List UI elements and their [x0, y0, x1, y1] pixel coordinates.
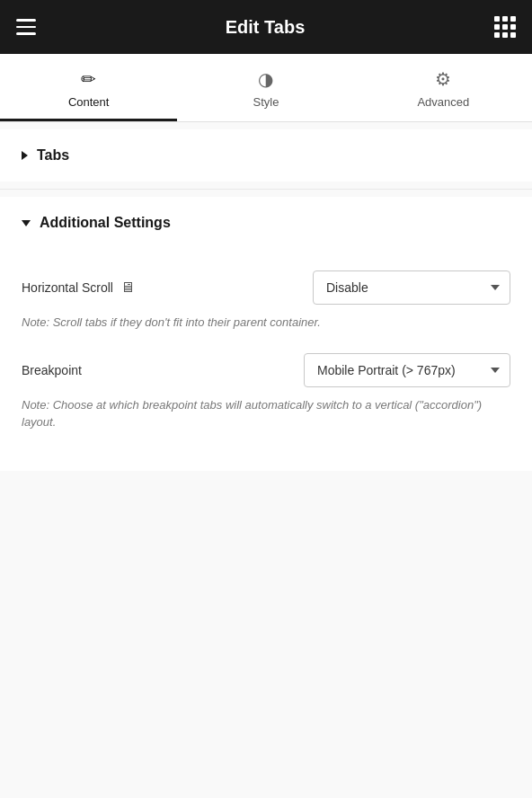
section-divider — [0, 189, 532, 190]
tab-advanced[interactable]: ⚙ Advanced — [355, 54, 532, 121]
breakpoint-dropdown-wrapper: Mobile Portrait (> 767px) Tablet (> 1024… — [304, 353, 510, 387]
tab-advanced-label: Advanced — [417, 95, 469, 109]
breakpoint-select[interactable]: Mobile Portrait (> 767px) Tablet (> 1024… — [304, 353, 510, 387]
horizontal-scroll-label: Horizontal Scroll 🖥 — [22, 279, 135, 296]
horizontal-scroll-note: Note: Scroll tabs if they don't fit into… — [22, 314, 510, 332]
apps-grid-icon[interactable] — [494, 16, 516, 38]
page-title: Edit Tabs — [226, 17, 306, 38]
tabs-section-header[interactable]: Tabs — [0, 129, 532, 182]
hamburger-menu-icon[interactable] — [16, 19, 36, 35]
tabs-section-title: Tabs — [37, 147, 69, 164]
tabs-navigation: ✏ Content ◑ Style ⚙ Advanced — [0, 54, 532, 122]
content-area: Tabs Additional Settings Horizontal Scro… — [0, 122, 532, 798]
tabs-section: Tabs — [0, 129, 532, 182]
additional-settings-header[interactable]: Additional Settings — [0, 197, 532, 249]
horizontal-scroll-select[interactable]: Disable Enable — [313, 270, 510, 305]
horizontal-scroll-dropdown-wrapper: Disable Enable — [313, 270, 510, 305]
breakpoint-label: Breakpoint — [22, 363, 82, 377]
monitor-icon: 🖥 — [120, 279, 135, 296]
chevron-right-icon — [22, 151, 28, 160]
half-circle-icon: ◑ — [258, 68, 273, 90]
header: Edit Tabs — [0, 0, 532, 54]
tab-style[interactable]: ◑ Style — [177, 54, 354, 121]
tab-style-label: Style — [253, 95, 279, 109]
panel: Edit Tabs ✏ Content ◑ Style ⚙ Advanced T… — [0, 0, 532, 798]
breakpoint-row: Breakpoint Mobile Portrait (> 767px) Tab… — [22, 353, 510, 387]
horizontal-scroll-row: Horizontal Scroll 🖥 Disable Enable — [22, 270, 510, 305]
additional-settings-title: Additional Settings — [40, 215, 171, 231]
gear-icon: ⚙ — [435, 68, 451, 90]
settings-content: Horizontal Scroll 🖥 Disable Enable Note:… — [0, 249, 532, 471]
pencil-icon: ✏ — [81, 68, 96, 90]
breakpoint-note: Note: Choose at which breakpoint tabs wi… — [22, 396, 510, 431]
chevron-down-icon — [22, 220, 31, 226]
tab-content[interactable]: ✏ Content — [0, 54, 177, 121]
additional-settings-section: Additional Settings Horizontal Scroll 🖥 … — [0, 197, 532, 471]
tab-content-label: Content — [68, 95, 110, 109]
